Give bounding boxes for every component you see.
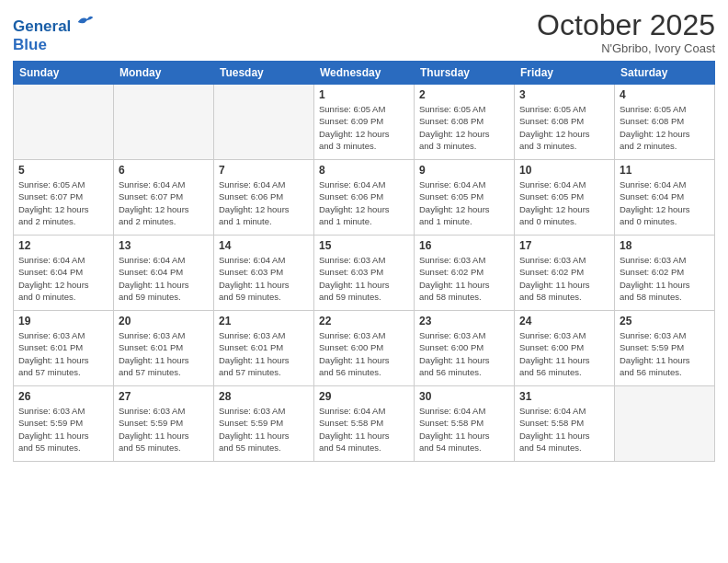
calendar-cell-w1-d2 [114, 85, 214, 160]
calendar-cell-w2-d2: 6Sunrise: 6:04 AMSunset: 6:07 PMDaylight… [114, 160, 214, 236]
calendar-week-4: 19Sunrise: 6:03 AMSunset: 6:01 PMDayligh… [14, 311, 715, 386]
day-number: 23 [419, 315, 509, 327]
calendar-cell-w1-d7: 4Sunrise: 6:05 AMSunset: 6:08 PMDaylight… [615, 85, 715, 160]
calendar-cell-w1-d1 [14, 85, 114, 160]
day-detail: Sunrise: 6:04 AMSunset: 6:06 PMDaylight:… [319, 178, 409, 227]
calendar-cell-w1-d3 [214, 85, 314, 160]
day-number: 2 [419, 88, 509, 101]
day-detail: Sunrise: 6:04 AMSunset: 5:58 PMDaylight:… [419, 405, 509, 454]
day-number: 17 [519, 239, 609, 252]
day-detail: Sunrise: 6:05 AMSunset: 6:07 PMDaylight:… [18, 178, 108, 227]
day-detail: Sunrise: 6:03 AMSunset: 6:01 PMDaylight:… [119, 329, 209, 378]
header-sunday: Sunday [14, 62, 114, 85]
calendar-cell-w4-d6: 24Sunrise: 6:03 AMSunset: 6:00 PMDayligh… [515, 311, 615, 386]
day-detail: Sunrise: 6:04 AMSunset: 6:05 PMDaylight:… [519, 178, 609, 227]
weekday-header-row: Sunday Monday Tuesday Wednesday Thursday… [14, 62, 715, 85]
day-detail: Sunrise: 6:03 AMSunset: 5:59 PMDaylight:… [18, 405, 108, 454]
day-detail: Sunrise: 6:03 AMSunset: 6:03 PMDaylight:… [319, 254, 409, 303]
calendar-cell-w4-d7: 25Sunrise: 6:03 AMSunset: 5:59 PMDayligh… [615, 311, 715, 386]
day-number: 4 [620, 88, 710, 101]
calendar-cell-w2-d3: 7Sunrise: 6:04 AMSunset: 6:06 PMDaylight… [214, 160, 314, 236]
day-detail: Sunrise: 6:03 AMSunset: 6:01 PMDaylight:… [219, 329, 309, 378]
calendar-cell-w3-d6: 17Sunrise: 6:03 AMSunset: 6:02 PMDayligh… [515, 236, 615, 311]
calendar-cell-w2-d5: 9Sunrise: 6:04 AMSunset: 6:05 PMDaylight… [415, 160, 515, 236]
calendar-cell-w4-d3: 21Sunrise: 6:03 AMSunset: 6:01 PMDayligh… [214, 311, 314, 386]
calendar-cell-w3-d1: 12Sunrise: 6:04 AMSunset: 6:04 PMDayligh… [14, 236, 114, 311]
day-detail: Sunrise: 6:04 AMSunset: 5:58 PMDaylight:… [519, 405, 609, 454]
day-detail: Sunrise: 6:04 AMSunset: 6:05 PMDaylight:… [419, 178, 509, 227]
day-number: 24 [519, 315, 609, 327]
calendar-body: 1Sunrise: 6:05 AMSunset: 6:09 PMDaylight… [14, 85, 715, 462]
header-saturday: Saturday [615, 62, 715, 85]
day-detail: Sunrise: 6:05 AMSunset: 6:08 PMDaylight:… [620, 103, 710, 152]
day-detail: Sunrise: 6:05 AMSunset: 6:08 PMDaylight:… [419, 103, 509, 152]
day-number: 14 [219, 239, 309, 252]
calendar-cell-w3-d2: 13Sunrise: 6:04 AMSunset: 6:04 PMDayligh… [114, 236, 214, 311]
day-number: 9 [419, 164, 509, 177]
calendar-cell-w5-d3: 28Sunrise: 6:03 AMSunset: 5:59 PMDayligh… [214, 386, 314, 462]
calendar-cell-w5-d5: 30Sunrise: 6:04 AMSunset: 5:58 PMDayligh… [415, 386, 515, 462]
day-number: 1 [319, 88, 409, 101]
day-number: 6 [119, 164, 209, 177]
day-detail: Sunrise: 6:05 AMSunset: 6:09 PMDaylight:… [319, 103, 409, 152]
day-detail: Sunrise: 6:03 AMSunset: 5:59 PMDaylight:… [119, 405, 209, 454]
day-number: 18 [620, 239, 710, 252]
day-number: 7 [219, 164, 309, 177]
calendar-cell-w5-d1: 26Sunrise: 6:03 AMSunset: 5:59 PMDayligh… [14, 386, 114, 462]
day-detail: Sunrise: 6:03 AMSunset: 6:00 PMDaylight:… [319, 329, 409, 378]
calendar-cell-w2-d4: 8Sunrise: 6:04 AMSunset: 6:06 PMDaylight… [314, 160, 415, 236]
day-number: 19 [18, 315, 108, 327]
day-detail: Sunrise: 6:03 AMSunset: 5:59 PMDaylight:… [620, 329, 710, 378]
calendar-cell-w5-d6: 31Sunrise: 6:04 AMSunset: 5:58 PMDayligh… [515, 386, 615, 462]
day-detail: Sunrise: 6:03 AMSunset: 6:00 PMDaylight:… [519, 329, 609, 378]
calendar-cell-w4-d1: 19Sunrise: 6:03 AMSunset: 6:01 PMDayligh… [14, 311, 114, 386]
day-number: 5 [18, 164, 108, 177]
calendar-week-2: 5Sunrise: 6:05 AMSunset: 6:07 PMDaylight… [14, 160, 715, 236]
calendar-cell-w4-d5: 23Sunrise: 6:03 AMSunset: 6:00 PMDayligh… [415, 311, 515, 386]
day-number: 12 [18, 239, 108, 252]
calendar-cell-w3-d7: 18Sunrise: 6:03 AMSunset: 6:02 PMDayligh… [615, 236, 715, 311]
calendar-cell-w3-d5: 16Sunrise: 6:03 AMSunset: 6:02 PMDayligh… [415, 236, 515, 311]
day-detail: Sunrise: 6:05 AMSunset: 6:08 PMDaylight:… [519, 103, 609, 152]
header-friday: Friday [515, 62, 615, 85]
calendar-cell-w2-d6: 10Sunrise: 6:04 AMSunset: 6:05 PMDayligh… [515, 160, 615, 236]
header-wednesday: Wednesday [314, 62, 415, 85]
header: General Blue October 2025 N'Gbribo, Ivor… [13, 9, 715, 55]
calendar-cell-w5-d4: 29Sunrise: 6:04 AMSunset: 5:58 PMDayligh… [314, 386, 415, 462]
calendar-table: Sunday Monday Tuesday Wednesday Thursday… [13, 61, 715, 462]
day-detail: Sunrise: 6:03 AMSunset: 6:02 PMDaylight:… [620, 254, 710, 303]
day-detail: Sunrise: 6:03 AMSunset: 6:02 PMDaylight:… [519, 254, 609, 303]
title-block: October 2025 N'Gbribo, Ivory Coast [537, 9, 715, 55]
calendar-cell-w1-d4: 1Sunrise: 6:05 AMSunset: 6:09 PMDaylight… [314, 85, 415, 160]
day-number: 22 [319, 315, 409, 327]
calendar-week-1: 1Sunrise: 6:05 AMSunset: 6:09 PMDaylight… [14, 85, 715, 160]
header-monday: Monday [114, 62, 214, 85]
calendar-cell-w3-d4: 15Sunrise: 6:03 AMSunset: 6:03 PMDayligh… [314, 236, 415, 311]
calendar-cell-w5-d2: 27Sunrise: 6:03 AMSunset: 5:59 PMDayligh… [114, 386, 214, 462]
calendar-cell-w3-d3: 14Sunrise: 6:04 AMSunset: 6:03 PMDayligh… [214, 236, 314, 311]
day-number: 27 [119, 390, 209, 403]
logo: General Blue [13, 13, 95, 55]
day-number: 25 [620, 315, 710, 327]
day-detail: Sunrise: 6:04 AMSunset: 6:03 PMDaylight:… [219, 254, 309, 303]
day-number: 8 [319, 164, 409, 177]
calendar-cell-w1-d6: 3Sunrise: 6:05 AMSunset: 6:08 PMDaylight… [515, 85, 615, 160]
day-number: 28 [219, 390, 309, 403]
day-detail: Sunrise: 6:03 AMSunset: 6:01 PMDaylight:… [18, 329, 108, 378]
day-detail: Sunrise: 6:04 AMSunset: 6:04 PMDaylight:… [18, 254, 108, 303]
calendar-cell-w2-d1: 5Sunrise: 6:05 AMSunset: 6:07 PMDaylight… [14, 160, 114, 236]
day-number: 15 [319, 239, 409, 252]
day-detail: Sunrise: 6:04 AMSunset: 6:06 PMDaylight:… [219, 178, 309, 227]
month-title: October 2025 [537, 9, 715, 41]
day-number: 21 [219, 315, 309, 327]
day-detail: Sunrise: 6:03 AMSunset: 6:02 PMDaylight:… [419, 254, 509, 303]
day-number: 26 [18, 390, 108, 403]
day-number: 29 [319, 390, 409, 403]
day-number: 20 [119, 315, 209, 327]
day-number: 16 [419, 239, 509, 252]
calendar-cell-w4-d4: 22Sunrise: 6:03 AMSunset: 6:00 PMDayligh… [314, 311, 415, 386]
logo-bird-icon [76, 13, 95, 31]
calendar-cell-w1-d5: 2Sunrise: 6:05 AMSunset: 6:08 PMDaylight… [415, 85, 515, 160]
day-detail: Sunrise: 6:04 AMSunset: 6:04 PMDaylight:… [119, 254, 209, 303]
header-tuesday: Tuesday [214, 62, 314, 85]
